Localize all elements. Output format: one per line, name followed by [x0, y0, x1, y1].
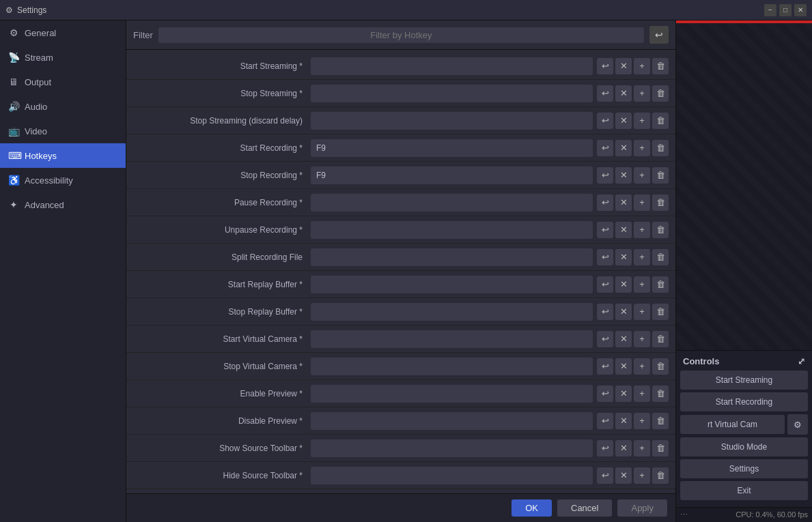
hotkey-add-button[interactable]: +	[634, 222, 650, 238]
hotkey-undo-button[interactable]: ↩	[597, 386, 613, 402]
ok-button[interactable]: OK	[512, 499, 552, 517]
hotkey-clear-button[interactable]: ✕	[615, 467, 632, 484]
sidebar-item-advanced[interactable]: ✦Advanced	[0, 192, 126, 217]
hotkey-delete-button[interactable]: 🗑	[652, 194, 669, 211]
hotkey-add-button[interactable]: +	[634, 167, 650, 184]
hotkey-delete-button[interactable]: 🗑	[652, 304, 669, 320]
hotkey-undo-button[interactable]: ↩	[597, 276, 613, 293]
hotkey-add-button[interactable]: +	[634, 358, 650, 375]
hotkey-undo-button[interactable]: ↩	[597, 167, 613, 184]
hotkey-add-button[interactable]: +	[634, 58, 650, 74]
hotkey-undo-button[interactable]: ↩	[597, 467, 613, 484]
virtual-cam-button[interactable]: rt Virtual Cam	[680, 415, 785, 434]
hotkey-input[interactable]	[311, 330, 593, 348]
hotkey-delete-button[interactable]: 🗑	[652, 386, 669, 402]
hotkey-add-button[interactable]: +	[634, 304, 650, 320]
hotkey-delete-button[interactable]: 🗑	[652, 358, 669, 375]
hotkey-clear-button[interactable]: ✕	[615, 85, 632, 102]
hotkey-add-button[interactable]: +	[634, 440, 650, 456]
hotkey-add-button[interactable]: +	[634, 331, 650, 347]
hotkey-undo-button[interactable]: ↩	[597, 222, 613, 238]
settings-button[interactable]: Settings	[680, 459, 808, 478]
sidebar-item-accessibility[interactable]: ♿Accessibility	[0, 168, 126, 192]
hotkey-delete-button[interactable]: 🗑	[652, 58, 669, 74]
hotkey-input[interactable]	[311, 248, 593, 266]
hotkey-delete-button[interactable]: 🗑	[652, 85, 669, 102]
hotkey-delete-button[interactable]: 🗑	[652, 331, 669, 347]
filter-back-button[interactable]: ↩	[649, 26, 669, 44]
hotkey-add-button[interactable]: +	[634, 140, 650, 156]
hotkey-input[interactable]	[311, 467, 593, 484]
hotkey-clear-button[interactable]: ✕	[615, 113, 632, 129]
hotkey-clear-button[interactable]: ✕	[615, 140, 632, 156]
hotkey-undo-button[interactable]: ↩	[597, 58, 613, 74]
hotkey-input[interactable]	[311, 385, 593, 403]
sidebar-item-hotkeys[interactable]: ⌨Hotkeys	[0, 143, 126, 168]
hotkey-add-button[interactable]: +	[634, 386, 650, 402]
start-streaming-button[interactable]: Start Streaming	[680, 371, 808, 390]
hotkey-clear-button[interactable]: ✕	[615, 304, 632, 320]
hotkey-input[interactable]	[311, 166, 593, 184]
hotkey-input[interactable]	[311, 412, 593, 430]
hotkey-undo-button[interactable]: ↩	[597, 304, 613, 320]
hotkey-clear-button[interactable]: ✕	[615, 386, 632, 402]
hotkey-undo-button[interactable]: ↩	[597, 440, 613, 456]
hotkey-delete-button[interactable]: 🗑	[652, 276, 669, 293]
hotkey-delete-button[interactable]: 🗑	[652, 167, 669, 184]
hotkey-clear-button[interactable]: ✕	[615, 58, 632, 74]
hotkey-delete-button[interactable]: 🗑	[652, 249, 669, 265]
sidebar-item-output[interactable]: 🖥Output	[0, 70, 126, 94]
cancel-button[interactable]: Cancel	[557, 499, 612, 517]
hotkey-undo-button[interactable]: ↩	[597, 194, 613, 211]
hotkey-input[interactable]	[311, 439, 593, 457]
hotkey-add-button[interactable]: +	[634, 276, 650, 293]
hotkey-add-button[interactable]: +	[634, 113, 650, 129]
hotkey-input[interactable]	[311, 303, 593, 321]
hotkey-undo-button[interactable]: ↩	[597, 413, 613, 429]
hotkey-delete-button[interactable]: 🗑	[652, 467, 669, 484]
hotkey-add-button[interactable]: +	[634, 194, 650, 211]
hotkey-input[interactable]	[311, 276, 593, 293]
hotkey-undo-button[interactable]: ↩	[597, 113, 613, 129]
hotkey-undo-button[interactable]: ↩	[597, 85, 613, 102]
restore-button[interactable]: □	[779, 4, 792, 16]
hotkey-input[interactable]	[311, 194, 593, 212]
hotkey-add-button[interactable]: +	[634, 85, 650, 102]
studio-mode-button[interactable]: Studio Mode	[680, 437, 808, 456]
hotkey-undo-button[interactable]: ↩	[597, 331, 613, 347]
hotkey-input[interactable]	[311, 358, 593, 375]
virtual-cam-gear-button[interactable]: ⚙	[787, 414, 808, 435]
hotkey-clear-button[interactable]: ✕	[615, 222, 632, 238]
hotkey-add-button[interactable]: +	[634, 249, 650, 265]
hotkey-delete-button[interactable]: 🗑	[652, 113, 669, 129]
hotkey-input[interactable]	[311, 112, 593, 130]
hotkey-input[interactable]	[311, 221, 593, 239]
hotkey-clear-button[interactable]: ✕	[615, 331, 632, 347]
hotkey-delete-button[interactable]: 🗑	[652, 140, 669, 156]
filter-input[interactable]	[158, 27, 644, 43]
hotkey-delete-button[interactable]: 🗑	[652, 222, 669, 238]
hotkey-clear-button[interactable]: ✕	[615, 358, 632, 375]
hotkey-clear-button[interactable]: ✕	[615, 276, 632, 293]
hotkey-clear-button[interactable]: ✕	[615, 440, 632, 456]
hotkey-delete-button[interactable]: 🗑	[652, 413, 669, 429]
hotkey-input[interactable]	[311, 85, 593, 102]
hotkey-clear-button[interactable]: ✕	[615, 167, 632, 184]
hotkey-clear-button[interactable]: ✕	[615, 413, 632, 429]
hotkey-input[interactable]	[311, 139, 593, 157]
sidebar-item-video[interactable]: 📺Video	[0, 119, 126, 143]
hotkey-undo-button[interactable]: ↩	[597, 140, 613, 156]
start-recording-button[interactable]: Start Recording	[680, 392, 808, 411]
hotkey-undo-button[interactable]: ↩	[597, 249, 613, 265]
hotkey-clear-button[interactable]: ✕	[615, 249, 632, 265]
hotkey-clear-button[interactable]: ✕	[615, 194, 632, 211]
hotkey-delete-button[interactable]: 🗑	[652, 440, 669, 456]
sidebar-item-audio[interactable]: 🔊Audio	[0, 94, 126, 119]
close-button[interactable]: ✕	[794, 4, 807, 16]
sidebar-item-general[interactable]: ⚙General	[0, 20, 126, 45]
exit-button[interactable]: Exit	[680, 481, 808, 500]
minimize-button[interactable]: −	[764, 4, 776, 16]
apply-button[interactable]: Apply	[617, 499, 667, 517]
hotkey-undo-button[interactable]: ↩	[597, 358, 613, 375]
hotkey-add-button[interactable]: +	[634, 413, 650, 429]
